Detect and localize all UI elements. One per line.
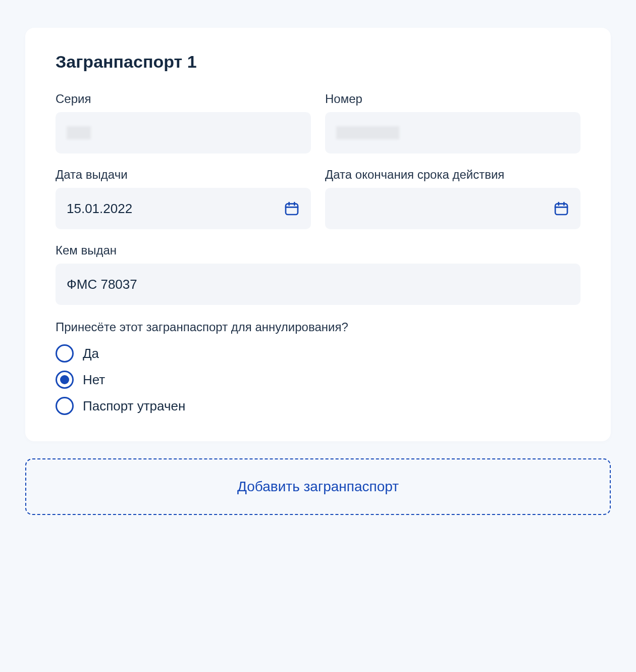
series-label: Серия [56, 92, 311, 106]
series-input[interactable] [56, 112, 311, 153]
series-value-redacted [67, 126, 91, 139]
field-series: Серия [56, 92, 311, 153]
svg-rect-0 [286, 204, 298, 215]
issue-date-input[interactable]: 15.01.2022 [56, 188, 311, 229]
number-label: Номер [325, 92, 580, 106]
radio-circle-icon [56, 397, 74, 415]
radio-label-no: Нет [83, 372, 105, 388]
radio-label-lost: Паспорт утрачен [83, 398, 185, 414]
row-series-number: Серия Номер [56, 92, 580, 153]
issued-by-label: Кем выдан [56, 243, 580, 257]
calendar-icon[interactable] [284, 200, 300, 217]
field-issue-date: Дата выдачи 15.01.2022 [56, 168, 311, 229]
radio-option-yes[interactable]: Да [56, 344, 580, 363]
radio-option-lost[interactable]: Паспорт утрачен [56, 397, 580, 415]
radio-label-yes: Да [83, 346, 99, 361]
passport-card: Загранпаспорт 1 Серия Номер Дата выдачи … [25, 28, 611, 441]
number-value-redacted [336, 126, 399, 139]
annul-radio-group: Да Нет Паспорт утрачен [56, 344, 580, 415]
field-number: Номер [325, 92, 580, 153]
radio-option-no[interactable]: Нет [56, 371, 580, 389]
issue-date-label: Дата выдачи [56, 168, 311, 182]
radio-circle-icon [56, 344, 74, 363]
field-issued-by: Кем выдан ФМС 78037 [56, 243, 580, 305]
card-title: Загранпаспорт 1 [56, 52, 580, 72]
svg-rect-4 [555, 204, 567, 215]
expiry-date-label: Дата окончания срока действия [325, 168, 580, 182]
row-issued-by: Кем выдан ФМС 78037 [56, 243, 580, 305]
add-passport-label: Добавить загранпаспорт [237, 479, 399, 495]
annul-question: Принесёте этот загранпаспорт для аннулир… [56, 320, 580, 334]
field-expiry-date: Дата окончания срока действия [325, 168, 580, 229]
number-input[interactable] [325, 112, 580, 153]
expiry-date-input[interactable] [325, 188, 580, 229]
issue-date-value: 15.01.2022 [67, 201, 132, 217]
radio-circle-icon [56, 371, 74, 389]
calendar-icon[interactable] [553, 200, 569, 217]
add-passport-button[interactable]: Добавить загранпаспорт [25, 458, 611, 515]
issued-by-value: ФМС 78037 [67, 277, 137, 292]
issued-by-input[interactable]: ФМС 78037 [56, 264, 580, 305]
row-dates: Дата выдачи 15.01.2022 Дата окончания ср… [56, 168, 580, 229]
